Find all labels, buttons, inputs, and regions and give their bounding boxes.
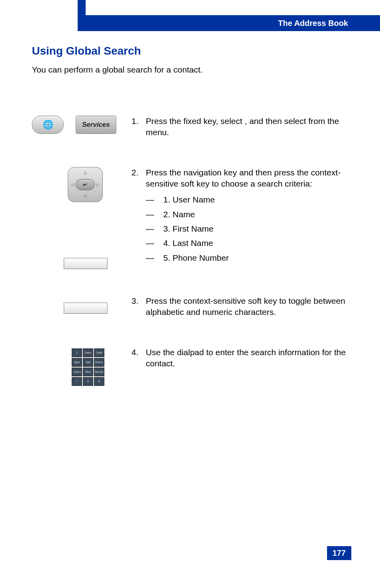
navigation-key-icon: △ ▽ ◁ ▷ ↵ xyxy=(68,167,103,202)
list-item: —5. Phone Number xyxy=(146,252,355,264)
dash-icon: — xyxy=(146,209,163,220)
step-3-icons xyxy=(32,295,131,323)
step-4-icons: 1 2abc 3def 4ghi 5jkl 6mno 7pqrs 8tuv 9w… xyxy=(32,347,131,386)
step-2: 2. Press the navigation key and then pre… xyxy=(131,167,355,267)
dialpad-key: 0 xyxy=(83,377,93,386)
nav-down-icon: ▽ xyxy=(84,194,87,199)
dialpad-key: # xyxy=(94,377,104,386)
dialpad-key: 8tuv xyxy=(83,368,93,376)
dialpad-key: 9wxyz xyxy=(94,368,104,376)
step-4-number: 4. xyxy=(131,347,146,370)
chapter-title: The Address Book xyxy=(278,19,348,28)
step-2-number: 2. xyxy=(131,167,146,267)
nav-left-icon: ◁ xyxy=(71,182,74,187)
list-item: —1. User Name xyxy=(146,194,355,205)
list-item: —2. Name xyxy=(146,209,355,220)
step-1-body: Press the fixed key, select , and then s… xyxy=(146,116,355,138)
dash-icon: — xyxy=(146,238,163,249)
dash-icon: — xyxy=(146,194,163,205)
sub-label: 5. Phone Number xyxy=(163,252,229,264)
chapter-header: The Address Book xyxy=(78,15,380,31)
step-2-body: Press the navigation key and then press … xyxy=(146,167,355,267)
step-2-sublist: —1. User Name —2. Name —3. First Name —4… xyxy=(146,194,355,264)
dialpad-key: 4ghi xyxy=(72,358,82,367)
step-2-row: △ ▽ ◁ ▷ ↵ 2. Press the navigation key an… xyxy=(32,167,355,271)
step-1: 1. Press the fixed key, select , and the… xyxy=(131,116,355,138)
softkey-icon xyxy=(64,303,108,314)
step-1-row: 🌐 Services 1. Press the fixed key, selec… xyxy=(32,116,355,143)
dash-icon: — xyxy=(146,252,163,264)
step-3-text: 3. Press the context-sensitive soft key … xyxy=(131,295,355,323)
sub-label: 4. Last Name xyxy=(163,238,213,249)
dialpad-key: 6mno xyxy=(94,358,104,367)
step-1-icons-inline: 🌐 Services xyxy=(32,116,116,134)
section-intro: You can perform a global search for a co… xyxy=(32,65,203,75)
step-4-body: Use the dialpad to enter the search info… xyxy=(146,347,355,370)
list-item: —4. Last Name xyxy=(146,238,355,249)
nav-up-icon: △ xyxy=(84,170,87,175)
list-item: —3. First Name xyxy=(146,223,355,234)
step-1-icons: 🌐 Services xyxy=(32,116,131,143)
step-4-row: 1 2abc 3def 4ghi 5jkl 6mno 7pqrs 8tuv 9w… xyxy=(32,347,355,386)
step-1-text: 1. Press the fixed key, select , and the… xyxy=(131,116,355,143)
dialpad-key: 5jkl xyxy=(83,358,93,367)
step-1-number: 1. xyxy=(131,116,146,138)
sub-label: 2. Name xyxy=(163,209,195,220)
section-heading: Using Global Search xyxy=(32,45,141,57)
dash-icon: — xyxy=(146,223,163,234)
step-4-text: 4. Use the dialpad to enter the search i… xyxy=(131,347,355,386)
sub-label: 1. User Name xyxy=(163,194,215,205)
dialpad-key: 3def xyxy=(94,348,104,357)
dialpad-key: 1 xyxy=(72,348,82,357)
content-area: 🌐 Services 1. Press the fixed key, selec… xyxy=(32,116,355,410)
step-2-text: 2. Press the navigation key and then pre… xyxy=(131,167,355,271)
sub-label: 3. First Name xyxy=(163,223,214,234)
softkey-icon xyxy=(64,258,108,269)
dialpad-key: 7pqrs xyxy=(72,368,82,376)
dialpad-icon: 1 2abc 3def 4ghi 5jkl 6mno 7pqrs 8tuv 9w… xyxy=(72,348,105,386)
services-key-icon: Services xyxy=(76,116,116,134)
step-2-icons: △ ▽ ◁ ▷ ↵ xyxy=(32,167,131,271)
step-3: 3. Press the context-sensitive soft key … xyxy=(131,295,355,318)
nav-right-icon: ▷ xyxy=(96,182,100,187)
dialpad-key: * xyxy=(72,377,82,386)
step-3-row: 3. Press the context-sensitive soft key … xyxy=(32,295,355,323)
step-3-body: Press the context-sensitive soft key to … xyxy=(146,295,355,318)
step-2-body-text: Press the navigation key and then press … xyxy=(146,168,341,188)
page-number: 177 xyxy=(327,546,351,560)
step-4: 4. Use the dialpad to enter the search i… xyxy=(131,347,355,370)
step-3-number: 3. xyxy=(131,295,146,318)
globe-fixed-key-icon: 🌐 xyxy=(32,116,64,134)
dialpad-key: 2abc xyxy=(83,348,93,357)
nav-enter-icon: ↵ xyxy=(76,179,95,190)
